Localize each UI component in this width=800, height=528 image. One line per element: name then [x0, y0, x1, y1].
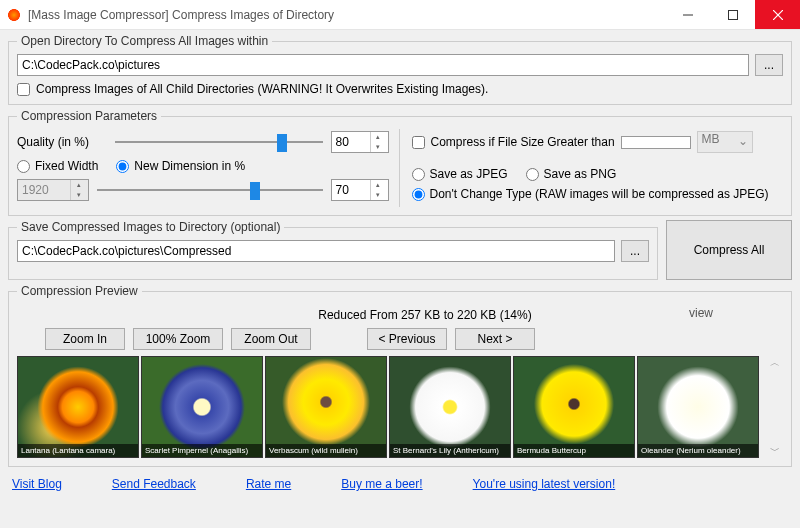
recurse-checkbox-row[interactable]: Compress Images of All Child Directories…: [17, 82, 783, 96]
zoom-in-button[interactable]: Zoom In: [45, 328, 125, 350]
quality-spinner[interactable]: ▴▾: [331, 131, 389, 153]
browse-dest-button[interactable]: ...: [621, 240, 649, 262]
quality-label: Quality (in %): [17, 135, 107, 149]
window-title: [Mass Image Compressor] Compress Images …: [28, 8, 665, 22]
visit-blog-link[interactable]: Visit Blog: [12, 477, 62, 491]
buy-beer-link[interactable]: Buy me a beer!: [341, 477, 422, 491]
new-dimension-radio[interactable]: New Dimension in %: [116, 159, 245, 173]
size-threshold-input[interactable]: [621, 136, 691, 149]
compress-all-button[interactable]: Compress All: [666, 220, 792, 280]
thumbnail[interactable]: Scarlet Pimpernel (Anagallis): [141, 356, 263, 458]
maximize-button[interactable]: [710, 0, 755, 29]
svg-rect-1: [728, 10, 737, 19]
scroll-up-icon[interactable]: ︿: [770, 356, 780, 370]
size-threshold-row[interactable]: Compress if File Size Greater than MB: [412, 131, 784, 153]
thumbnail-scrollbar[interactable]: ︿﹀: [767, 356, 783, 458]
dest-path-input[interactable]: [17, 240, 615, 262]
size-unit-select[interactable]: MB: [697, 131, 753, 153]
size-threshold-checkbox[interactable]: [412, 136, 425, 149]
quality-slider[interactable]: [115, 132, 323, 152]
preview-legend: Compression Preview: [17, 284, 142, 298]
rate-me-link[interactable]: Rate me: [246, 477, 291, 491]
app-icon: [6, 7, 22, 23]
send-feedback-link[interactable]: Send Feedback: [112, 477, 196, 491]
latest-version-link[interactable]: You're using latest version!: [473, 477, 616, 491]
fixed-width-spinner[interactable]: ▴▾: [17, 179, 89, 201]
thumbnail[interactable]: St Bernard's Lily (Anthericum): [389, 356, 511, 458]
browse-source-button[interactable]: ...: [755, 54, 783, 76]
footer-links: Visit Blog Send Feedback Rate me Buy me …: [8, 471, 792, 491]
reduction-text: Reduced From 257 KB to 220 KB (14%): [17, 308, 783, 322]
thumbnail[interactable]: Bermuda Buttercup: [513, 356, 635, 458]
save-png-radio[interactable]: Save as PNG: [526, 167, 617, 181]
size-threshold-label: Compress if File Size Greater than: [431, 135, 615, 149]
open-directory-group: Open Directory To Compress All Images wi…: [8, 34, 792, 105]
title-bar: [Mass Image Compressor] Compress Images …: [0, 0, 800, 30]
minimize-button[interactable]: [665, 0, 710, 29]
recurse-label: Compress Images of All Child Directories…: [36, 82, 488, 96]
view-label: view: [689, 306, 713, 320]
dimension-spinner[interactable]: ▴▾: [331, 179, 389, 201]
recurse-checkbox[interactable]: [17, 83, 30, 96]
next-button[interactable]: Next >: [455, 328, 535, 350]
thumbnail[interactable]: Oleander (Nerium oleander): [637, 356, 759, 458]
thumbnail[interactable]: Lantana (Lantana camara): [17, 356, 139, 458]
dont-change-type-radio[interactable]: Don't Change Type (RAW images will be co…: [412, 187, 784, 201]
compression-parameters-group: Compression Parameters Quality (in %) ▴▾…: [8, 109, 792, 216]
save-jpeg-radio[interactable]: Save as JPEG: [412, 167, 508, 181]
scroll-down-icon[interactable]: ﹀: [770, 444, 780, 458]
source-path-input[interactable]: [17, 54, 749, 76]
params-legend: Compression Parameters: [17, 109, 161, 123]
zoom-100-button[interactable]: 100% Zoom: [133, 328, 223, 350]
save-directory-group: Save Compressed Images to Directory (opt…: [8, 220, 658, 280]
close-button[interactable]: [755, 0, 800, 29]
open-directory-legend: Open Directory To Compress All Images wi…: [17, 34, 272, 48]
dimension-slider[interactable]: [97, 180, 323, 200]
thumbnail-strip: Lantana (Lantana camara) Scarlet Pimpern…: [17, 356, 783, 458]
preview-group: Compression Preview Reduced From 257 KB …: [8, 284, 792, 467]
fixed-width-radio[interactable]: Fixed Width: [17, 159, 98, 173]
thumbnail[interactable]: Verbascum (wild mullein): [265, 356, 387, 458]
save-directory-legend: Save Compressed Images to Directory (opt…: [17, 220, 284, 234]
previous-button[interactable]: < Previous: [367, 328, 447, 350]
zoom-out-button[interactable]: Zoom Out: [231, 328, 311, 350]
